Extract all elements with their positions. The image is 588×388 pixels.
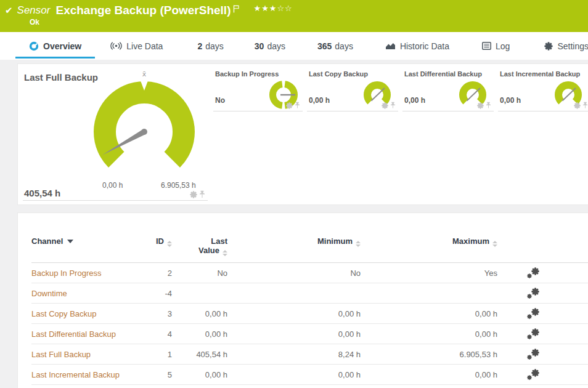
gauge-icon [29,41,39,51]
priority-stars[interactable]: ★★★☆☆ [253,4,292,14]
channel-link[interactable]: Last Differential Backup [31,329,116,339]
gauges-card: Last Full Backup x̄ 0,00 h 6.905,53 h 40… [17,63,588,205]
tab-label: Historic Data [400,41,449,51]
column-header-id[interactable]: ID [136,236,172,247]
table-row: Downtime -4 [31,283,588,304]
tab-overview[interactable]: Overview [15,32,95,60]
channel-minimum: 0,00 h [227,370,361,379]
sensor-title: Exchange Backup (PowerShell) [55,4,231,17]
tab-settings[interactable]: Settings [544,32,588,60]
column-header-maximum[interactable]: Maximum [361,236,497,247]
panel-last-differential-backup: Last Differential Backup 0,00 h [402,64,494,111]
tab-label: days [205,41,224,51]
panel-pin-icon[interactable] [199,190,205,198]
channel-link[interactable]: Last Copy Backup [31,309,97,318]
channels-table: Channel ID Last Value Minimum Maximum [18,236,588,385]
gauge-min-label: 0,00 h [102,181,123,190]
broadcast-icon [110,42,122,50]
panel-backup-in-progress: Backup In Progress No [213,64,303,111]
panel-pin-icon[interactable] [295,102,300,109]
prtg-sensor-page: ✔ Sensor Exchange Backup (PowerShell) ★★… [0,0,588,388]
column-header-channel[interactable]: Channel [31,236,136,246]
area-chart-icon [385,42,396,50]
tab-label: Overview [43,41,81,51]
channel-minimum: 0,00 h [227,329,361,339]
channel-maximum: Yes [361,269,497,278]
tab-live-data[interactable]: Live Data [110,32,163,60]
channel-last-value: 0,00 h [172,370,227,379]
channel-value: 0,00 h [309,96,330,105]
channel-settings-icon[interactable] [527,288,539,299]
channel-minimum: No [227,269,361,278]
tab-30-days[interactable]: 30 days [255,32,285,60]
table-row: Last Differential Backup 4 0,00 h 0,00 h… [31,324,588,344]
channel-maximum: 0,00 h [361,370,497,379]
panel-gear-icon[interactable] [382,102,388,109]
tab-historic-data[interactable]: Historic Data [385,32,449,60]
tab-number: 365 [317,41,332,51]
tab-log[interactable]: Log [482,32,510,60]
channel-id: 5 [136,370,172,379]
panel-gear-icon[interactable] [286,102,293,109]
channel-settings-icon[interactable] [527,369,539,380]
tab-365-days[interactable]: 365 days [317,32,353,60]
channel-maximum: 0,00 h [361,329,497,339]
channel-last-value: No [172,269,227,278]
priority-flag-icon[interactable] [233,4,240,15]
panel-gear-icon[interactable] [190,191,197,198]
tab-label: Log [496,41,510,51]
panel-title: Backup In Progress [215,70,279,78]
channel-minimum: 0,00 h [227,309,361,318]
channel-settings-icon[interactable] [527,328,539,339]
channel-value: 405,54 h [24,188,60,198]
tab-2-days[interactable]: 2 days [197,32,223,60]
panel-last-incremental-backup: Last Incremental Backup 0,00 h [498,64,588,111]
log-list-icon [482,42,491,50]
panel-pin-icon[interactable] [486,102,491,109]
channel-minimum: 8,24 h [227,350,361,359]
tab-number: 2 [197,41,202,51]
table-row: Last Copy Backup 3 0,00 h 0,00 h 0,00 h [31,304,588,324]
channel-id: 4 [136,329,172,339]
channel-id: 3 [136,309,172,318]
gauge-max-label: 6.905,53 h [161,181,196,190]
channel-settings-icon[interactable] [527,267,539,278]
status-check-icon: ✔ [5,4,13,17]
tab-label: Live Data [126,41,163,51]
average-marker: x̄ [142,70,147,78]
channel-link[interactable]: Last Full Backup [31,350,91,359]
gauge-last-full-backup: x̄ [83,67,206,179]
channel-id: 1 [136,350,172,359]
channel-last-value: 0,00 h [172,329,227,339]
channel-link[interactable]: Last Incremental Backup [31,370,120,379]
channel-value: 0,00 h [404,96,425,105]
panel-pin-icon[interactable] [582,102,588,109]
panel-pin-icon[interactable] [390,102,396,109]
sort-icon [167,241,172,247]
channel-last-value: 0,00 h [172,309,227,318]
channels-table-card: Channel ID Last Value Minimum Maximum [17,212,588,388]
channel-value: No [215,96,225,105]
panel-last-full-backup: Last Full Backup x̄ 0,00 h 6.905,53 h 40… [23,64,208,201]
object-kind-label: Sensor [17,4,51,17]
tab-label: days [267,41,285,51]
panel-gear-icon[interactable] [477,102,484,109]
channel-settings-icon[interactable] [527,308,539,319]
channel-settings-icon[interactable] [527,349,539,360]
channel-value: 0,00 h [500,96,521,105]
panel-title: Last Copy Backup [309,70,368,78]
tab-label: days [335,41,353,51]
sensor-status-badge: Ok [30,18,39,26]
table-row: Last Full Backup 1 405,54 h 8,24 h 6.905… [31,344,588,365]
channel-link[interactable]: Backup In Progress [31,269,101,278]
tab-label: Settings [557,41,588,51]
table-row: Last Incremental Backup 5 0,00 h 0,00 h … [31,365,588,385]
channel-last-value: 405,54 h [172,350,227,359]
channel-id: 2 [136,269,172,278]
column-header-minimum[interactable]: Minimum [227,236,361,247]
column-header-last-value[interactable]: Last Value [172,236,227,256]
channel-link[interactable]: Downtime [31,289,67,298]
sensor-header: ✔ Sensor Exchange Backup (PowerShell) ★★… [0,0,588,32]
panel-gear-icon[interactable] [574,102,581,109]
table-row: Backup In Progress 2 No No Yes [31,263,588,283]
